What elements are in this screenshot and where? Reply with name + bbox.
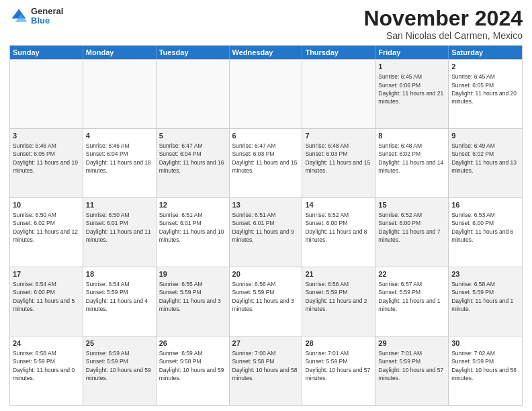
calendar-cell <box>10 60 83 128</box>
calendar-cell: 1Sunrise: 6:45 AM Sunset: 6:06 PM Daylig… <box>375 60 449 128</box>
cell-info: Sunrise: 6:51 AM Sunset: 6:01 PM Dayligh… <box>159 212 224 243</box>
calendar-cell: 2Sunrise: 6:45 AM Sunset: 6:05 PM Daylig… <box>449 60 522 128</box>
cell-info: Sunrise: 6:56 AM Sunset: 5:59 PM Dayligh… <box>232 281 294 312</box>
cell-info: Sunrise: 7:02 AM Sunset: 5:59 PM Dayligh… <box>451 350 517 381</box>
calendar-cell: 28Sunrise: 7:01 AM Sunset: 5:59 PM Dayli… <box>302 336 375 405</box>
logo-general: General <box>31 7 63 16</box>
calendar-header-cell: Monday <box>83 46 157 59</box>
day-number: 26 <box>159 338 226 349</box>
calendar-week: 17Sunrise: 6:54 AM Sunset: 6:00 PM Dayli… <box>10 267 522 336</box>
calendar-cell: 13Sunrise: 6:51 AM Sunset: 6:01 PM Dayli… <box>230 198 303 267</box>
calendar-cell: 9Sunrise: 6:49 AM Sunset: 6:02 PM Daylig… <box>449 129 522 197</box>
header: General Blue November 2024 San Nicolas d… <box>9 7 523 41</box>
calendar-cell: 6Sunrise: 6:47 AM Sunset: 6:03 PM Daylig… <box>230 129 303 197</box>
calendar-cell <box>157 60 230 128</box>
calendar-cell: 17Sunrise: 6:54 AM Sunset: 6:00 PM Dayli… <box>10 267 83 336</box>
calendar-cell: 22Sunrise: 6:57 AM Sunset: 5:59 PM Dayli… <box>375 267 449 336</box>
calendar-cell: 18Sunrise: 6:54 AM Sunset: 5:59 PM Dayli… <box>83 267 157 336</box>
cell-info: Sunrise: 6:47 AM Sunset: 6:03 PM Dayligh… <box>232 142 298 174</box>
cell-info: Sunrise: 6:50 AM Sunset: 6:02 PM Dayligh… <box>13 212 78 243</box>
calendar-cell: 20Sunrise: 6:56 AM Sunset: 5:59 PM Dayli… <box>230 267 303 336</box>
cell-info: Sunrise: 6:56 AM Sunset: 5:59 PM Dayligh… <box>305 281 367 312</box>
cell-info: Sunrise: 6:45 AM Sunset: 6:05 PM Dayligh… <box>451 73 517 105</box>
cell-info: Sunrise: 6:53 AM Sunset: 6:00 PM Dayligh… <box>451 212 513 243</box>
cell-info: Sunrise: 6:58 AM Sunset: 5:59 PM Dayligh… <box>451 281 513 312</box>
calendar-header-cell: Friday <box>375 46 449 59</box>
cell-info: Sunrise: 6:58 AM Sunset: 5:59 PM Dayligh… <box>13 350 75 381</box>
day-number: 23 <box>451 269 519 279</box>
cell-info: Sunrise: 6:59 AM Sunset: 5:58 PM Dayligh… <box>159 350 224 381</box>
cell-info: Sunrise: 6:45 AM Sunset: 6:06 PM Dayligh… <box>378 73 443 105</box>
calendar-cell: 24Sunrise: 6:58 AM Sunset: 5:59 PM Dayli… <box>10 336 83 405</box>
calendar-cell: 11Sunrise: 6:50 AM Sunset: 6:01 PM Dayli… <box>83 198 157 267</box>
calendar-week: 10Sunrise: 6:50 AM Sunset: 6:02 PM Dayli… <box>10 197 522 267</box>
title-block: November 2024 San Nicolas del Carmen, Me… <box>363 7 523 41</box>
calendar-cell: 27Sunrise: 7:00 AM Sunset: 5:58 PM Dayli… <box>230 336 303 405</box>
calendar-cell: 4Sunrise: 6:46 AM Sunset: 6:04 PM Daylig… <box>83 129 157 197</box>
day-number: 16 <box>451 200 519 210</box>
day-number: 17 <box>13 269 80 279</box>
calendar-cell: 10Sunrise: 6:50 AM Sunset: 6:02 PM Dayli… <box>10 198 83 267</box>
cell-info: Sunrise: 6:49 AM Sunset: 6:02 PM Dayligh… <box>451 142 517 174</box>
calendar-cell: 3Sunrise: 6:46 AM Sunset: 6:05 PM Daylig… <box>10 129 83 197</box>
calendar-cell: 23Sunrise: 6:58 AM Sunset: 5:59 PM Dayli… <box>449 267 522 336</box>
day-number: 28 <box>305 338 372 349</box>
day-number: 9 <box>451 131 519 141</box>
day-number: 20 <box>232 269 300 279</box>
day-number: 8 <box>378 131 445 141</box>
cell-info: Sunrise: 6:47 AM Sunset: 6:04 PM Dayligh… <box>159 142 224 174</box>
calendar-cell <box>230 60 303 128</box>
calendar-week: 1Sunrise: 6:45 AM Sunset: 6:06 PM Daylig… <box>10 59 522 128</box>
calendar-cell: 14Sunrise: 6:52 AM Sunset: 6:00 PM Dayli… <box>302 198 375 267</box>
calendar-cell: 16Sunrise: 6:53 AM Sunset: 6:00 PM Dayli… <box>449 198 522 267</box>
title-month: November 2024 <box>363 7 523 30</box>
day-number: 7 <box>305 131 372 141</box>
cell-info: Sunrise: 7:01 AM Sunset: 5:59 PM Dayligh… <box>305 350 370 381</box>
cell-info: Sunrise: 6:46 AM Sunset: 6:05 PM Dayligh… <box>13 142 78 174</box>
cell-info: Sunrise: 7:00 AM Sunset: 5:58 PM Dayligh… <box>232 350 298 381</box>
calendar-cell: 29Sunrise: 7:01 AM Sunset: 5:59 PM Dayli… <box>375 336 449 405</box>
calendar-header-cell: Saturday <box>449 46 522 59</box>
logo: General Blue <box>9 7 63 26</box>
calendar-header-cell: Thursday <box>302 46 375 59</box>
calendar-cell: 15Sunrise: 6:52 AM Sunset: 6:00 PM Dayli… <box>375 198 449 267</box>
day-number: 11 <box>86 200 153 210</box>
day-number: 12 <box>159 200 226 210</box>
calendar-week: 3Sunrise: 6:46 AM Sunset: 6:05 PM Daylig… <box>10 128 522 197</box>
calendar-body: 1Sunrise: 6:45 AM Sunset: 6:06 PM Daylig… <box>10 59 522 405</box>
cell-info: Sunrise: 6:57 AM Sunset: 5:59 PM Dayligh… <box>378 281 440 312</box>
logo-blue: Blue <box>31 16 63 26</box>
calendar-cell: 26Sunrise: 6:59 AM Sunset: 5:58 PM Dayli… <box>157 336 230 405</box>
day-number: 27 <box>232 338 300 349</box>
calendar-header-cell: Sunday <box>10 46 83 59</box>
logo-icon <box>9 7 28 26</box>
calendar-cell: 19Sunrise: 6:55 AM Sunset: 5:59 PM Dayli… <box>157 267 230 336</box>
cell-info: Sunrise: 6:46 AM Sunset: 6:04 PM Dayligh… <box>86 142 151 174</box>
cell-info: Sunrise: 6:48 AM Sunset: 6:03 PM Dayligh… <box>305 142 370 174</box>
calendar-cell: 5Sunrise: 6:47 AM Sunset: 6:04 PM Daylig… <box>157 129 230 197</box>
calendar-cell: 25Sunrise: 6:59 AM Sunset: 5:59 PM Dayli… <box>83 336 157 405</box>
day-number: 10 <box>13 200 80 210</box>
day-number: 30 <box>451 338 519 349</box>
day-number: 19 <box>159 269 226 279</box>
day-number: 24 <box>13 338 80 349</box>
day-number: 13 <box>232 200 300 210</box>
day-number: 5 <box>159 131 226 141</box>
day-number: 21 <box>305 269 372 279</box>
day-number: 6 <box>232 131 300 141</box>
cell-info: Sunrise: 6:52 AM Sunset: 6:00 PM Dayligh… <box>305 212 367 243</box>
cell-info: Sunrise: 6:51 AM Sunset: 6:01 PM Dayligh… <box>232 212 294 243</box>
logo-text: General Blue <box>31 7 63 26</box>
calendar-week: 24Sunrise: 6:58 AM Sunset: 5:59 PM Dayli… <box>10 336 522 405</box>
cell-info: Sunrise: 6:52 AM Sunset: 6:00 PM Dayligh… <box>378 212 440 243</box>
calendar-header-cell: Wednesday <box>230 46 303 59</box>
calendar-header-cell: Tuesday <box>157 46 230 59</box>
cell-info: Sunrise: 7:01 AM Sunset: 5:59 PM Dayligh… <box>378 350 443 381</box>
cell-info: Sunrise: 6:48 AM Sunset: 6:02 PM Dayligh… <box>378 142 443 174</box>
day-number: 2 <box>451 62 519 72</box>
day-number: 14 <box>305 200 372 210</box>
calendar-cell: 7Sunrise: 6:48 AM Sunset: 6:03 PM Daylig… <box>302 129 375 197</box>
day-number: 3 <box>13 131 80 141</box>
calendar-header: SundayMondayTuesdayWednesdayThursdayFrid… <box>10 46 522 59</box>
calendar-cell: 30Sunrise: 7:02 AM Sunset: 5:59 PM Dayli… <box>449 336 522 405</box>
